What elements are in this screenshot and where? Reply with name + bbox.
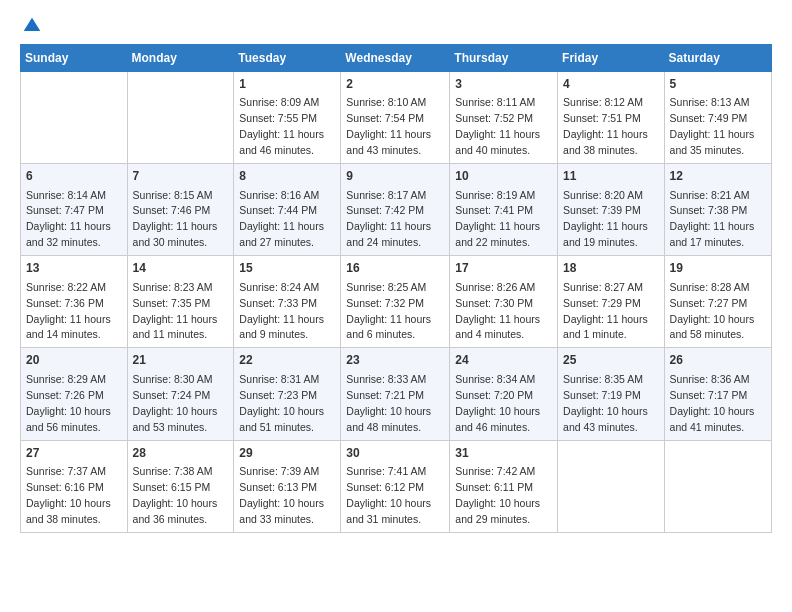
calendar-cell: 17Sunrise: 8:26 AMSunset: 7:30 PMDayligh… (450, 256, 558, 348)
calendar-cell: 20Sunrise: 8:29 AMSunset: 7:26 PMDayligh… (21, 348, 128, 440)
day-number: 29 (239, 445, 335, 462)
cell-daylight: Daylight: 10 hours and 51 minutes. (239, 405, 324, 433)
calendar-cell: 6Sunrise: 8:14 AMSunset: 7:47 PMDaylight… (21, 164, 128, 256)
calendar-cell: 21Sunrise: 8:30 AMSunset: 7:24 PMDayligh… (127, 348, 234, 440)
calendar-cell: 19Sunrise: 8:28 AMSunset: 7:27 PMDayligh… (664, 256, 771, 348)
cell-sunset: Sunset: 7:27 PM (670, 297, 748, 309)
cell-sunset: Sunset: 7:24 PM (133, 389, 211, 401)
day-header-wednesday: Wednesday (341, 45, 450, 72)
cell-daylight: Daylight: 11 hours and 22 minutes. (455, 220, 540, 248)
cell-sunrise: Sunrise: 8:14 AM (26, 189, 106, 201)
calendar-cell: 14Sunrise: 8:23 AMSunset: 7:35 PMDayligh… (127, 256, 234, 348)
cell-sunset: Sunset: 7:46 PM (133, 204, 211, 216)
day-number: 6 (26, 168, 122, 185)
day-number: 20 (26, 352, 122, 369)
day-number: 28 (133, 445, 229, 462)
calendar-cell: 4Sunrise: 8:12 AMSunset: 7:51 PMDaylight… (558, 72, 665, 164)
calendar-cell: 7Sunrise: 8:15 AMSunset: 7:46 PMDaylight… (127, 164, 234, 256)
cell-daylight: Daylight: 11 hours and 35 minutes. (670, 128, 755, 156)
calendar-cell: 2Sunrise: 8:10 AMSunset: 7:54 PMDaylight… (341, 72, 450, 164)
cell-daylight: Daylight: 10 hours and 43 minutes. (563, 405, 648, 433)
day-number: 14 (133, 260, 229, 277)
cell-daylight: Daylight: 10 hours and 48 minutes. (346, 405, 431, 433)
cell-sunset: Sunset: 7:47 PM (26, 204, 104, 216)
cell-sunrise: Sunrise: 8:29 AM (26, 373, 106, 385)
calendar-cell: 26Sunrise: 8:36 AMSunset: 7:17 PMDayligh… (664, 348, 771, 440)
calendar-cell (558, 440, 665, 532)
cell-sunrise: Sunrise: 8:15 AM (133, 189, 213, 201)
day-number: 21 (133, 352, 229, 369)
cell-daylight: Daylight: 11 hours and 17 minutes. (670, 220, 755, 248)
day-number: 22 (239, 352, 335, 369)
calendar-cell: 9Sunrise: 8:17 AMSunset: 7:42 PMDaylight… (341, 164, 450, 256)
day-header-friday: Friday (558, 45, 665, 72)
cell-sunset: Sunset: 7:19 PM (563, 389, 641, 401)
day-number: 12 (670, 168, 766, 185)
calendar-header-row: SundayMondayTuesdayWednesdayThursdayFrid… (21, 45, 772, 72)
cell-daylight: Daylight: 10 hours and 36 minutes. (133, 497, 218, 525)
calendar-week-row: 20Sunrise: 8:29 AMSunset: 7:26 PMDayligh… (21, 348, 772, 440)
cell-sunrise: Sunrise: 7:38 AM (133, 465, 213, 477)
calendar-cell: 15Sunrise: 8:24 AMSunset: 7:33 PMDayligh… (234, 256, 341, 348)
day-header-tuesday: Tuesday (234, 45, 341, 72)
cell-sunrise: Sunrise: 8:27 AM (563, 281, 643, 293)
cell-sunset: Sunset: 7:32 PM (346, 297, 424, 309)
calendar-cell: 12Sunrise: 8:21 AMSunset: 7:38 PMDayligh… (664, 164, 771, 256)
cell-sunrise: Sunrise: 8:31 AM (239, 373, 319, 385)
cell-sunrise: Sunrise: 7:42 AM (455, 465, 535, 477)
calendar-cell: 10Sunrise: 8:19 AMSunset: 7:41 PMDayligh… (450, 164, 558, 256)
calendar-cell (21, 72, 128, 164)
day-number: 23 (346, 352, 444, 369)
cell-daylight: Daylight: 10 hours and 41 minutes. (670, 405, 755, 433)
page-header (0, 0, 792, 44)
day-number: 5 (670, 76, 766, 93)
calendar-cell: 24Sunrise: 8:34 AMSunset: 7:20 PMDayligh… (450, 348, 558, 440)
cell-daylight: Daylight: 11 hours and 9 minutes. (239, 313, 324, 341)
calendar-cell: 22Sunrise: 8:31 AMSunset: 7:23 PMDayligh… (234, 348, 341, 440)
calendar-week-row: 27Sunrise: 7:37 AMSunset: 6:16 PMDayligh… (21, 440, 772, 532)
cell-sunset: Sunset: 7:33 PM (239, 297, 317, 309)
cell-sunrise: Sunrise: 8:30 AM (133, 373, 213, 385)
cell-sunrise: Sunrise: 8:16 AM (239, 189, 319, 201)
cell-daylight: Daylight: 11 hours and 43 minutes. (346, 128, 431, 156)
cell-daylight: Daylight: 11 hours and 4 minutes. (455, 313, 540, 341)
cell-sunset: Sunset: 6:11 PM (455, 481, 533, 493)
calendar-cell: 3Sunrise: 8:11 AMSunset: 7:52 PMDaylight… (450, 72, 558, 164)
calendar-cell (127, 72, 234, 164)
cell-sunset: Sunset: 7:30 PM (455, 297, 533, 309)
day-number: 1 (239, 76, 335, 93)
day-number: 8 (239, 168, 335, 185)
cell-sunset: Sunset: 7:51 PM (563, 112, 641, 124)
day-header-monday: Monday (127, 45, 234, 72)
cell-sunrise: Sunrise: 8:35 AM (563, 373, 643, 385)
cell-sunrise: Sunrise: 8:11 AM (455, 96, 535, 108)
calendar-cell: 11Sunrise: 8:20 AMSunset: 7:39 PMDayligh… (558, 164, 665, 256)
cell-daylight: Daylight: 11 hours and 38 minutes. (563, 128, 648, 156)
cell-daylight: Daylight: 11 hours and 32 minutes. (26, 220, 111, 248)
cell-sunset: Sunset: 7:20 PM (455, 389, 533, 401)
cell-sunrise: Sunrise: 8:22 AM (26, 281, 106, 293)
logo (20, 16, 42, 36)
cell-sunrise: Sunrise: 7:37 AM (26, 465, 106, 477)
cell-daylight: Daylight: 11 hours and 27 minutes. (239, 220, 324, 248)
logo-icon (22, 16, 42, 36)
cell-daylight: Daylight: 10 hours and 53 minutes. (133, 405, 218, 433)
day-number: 3 (455, 76, 552, 93)
cell-sunrise: Sunrise: 8:17 AM (346, 189, 426, 201)
cell-daylight: Daylight: 11 hours and 1 minute. (563, 313, 648, 341)
cell-sunset: Sunset: 7:42 PM (346, 204, 424, 216)
cell-daylight: Daylight: 10 hours and 46 minutes. (455, 405, 540, 433)
cell-sunset: Sunset: 7:38 PM (670, 204, 748, 216)
cell-sunset: Sunset: 7:49 PM (670, 112, 748, 124)
cell-sunset: Sunset: 7:21 PM (346, 389, 424, 401)
cell-sunset: Sunset: 7:29 PM (563, 297, 641, 309)
day-number: 26 (670, 352, 766, 369)
cell-sunrise: Sunrise: 8:23 AM (133, 281, 213, 293)
cell-sunrise: Sunrise: 8:36 AM (670, 373, 750, 385)
cell-sunrise: Sunrise: 8:12 AM (563, 96, 643, 108)
cell-sunset: Sunset: 7:41 PM (455, 204, 533, 216)
calendar-cell: 18Sunrise: 8:27 AMSunset: 7:29 PMDayligh… (558, 256, 665, 348)
day-number: 4 (563, 76, 659, 93)
calendar-week-row: 13Sunrise: 8:22 AMSunset: 7:36 PMDayligh… (21, 256, 772, 348)
calendar-cell: 23Sunrise: 8:33 AMSunset: 7:21 PMDayligh… (341, 348, 450, 440)
